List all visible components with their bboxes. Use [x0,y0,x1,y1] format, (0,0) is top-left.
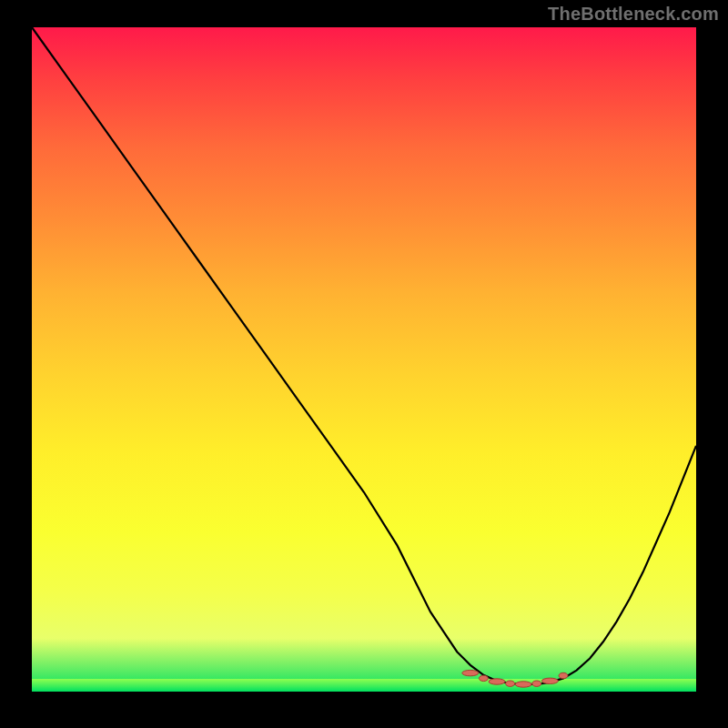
min-marker [559,672,568,678]
min-marker [532,681,541,686]
chart-frame: TheBottleneck.com [0,0,728,728]
min-marker [541,678,558,683]
curve-svg [32,27,696,692]
min-marker [515,682,531,687]
min-marker [462,670,479,675]
min-marker [479,675,488,681]
min-marker-group [462,670,568,687]
min-marker [489,679,505,684]
min-marker [506,681,515,686]
bottleneck-curve [32,27,696,684]
watermark-text: TheBottleneck.com [548,4,719,25]
plot-area [32,27,696,692]
